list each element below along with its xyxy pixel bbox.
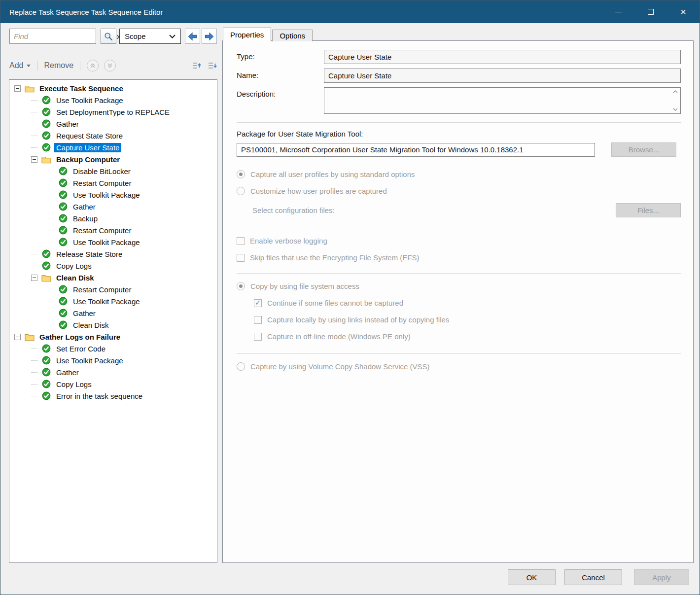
tree-item-label: Copy Logs [54,261,94,271]
success-check-icon [41,96,51,105]
tree-item-label: Set Error Code [54,344,107,353]
tree-item[interactable]: Copy Logs [9,378,217,390]
navigate-forward-button[interactable] [202,29,217,44]
tree-connector-slot [31,360,41,361]
tree-item[interactable]: Request State Store [9,130,217,141]
tree-item[interactable]: Use Toolkit Package [9,94,217,106]
tree-item-label: Restart Computer [71,226,133,235]
vss-label: Capture by using Volume Copy Shadow Serv… [250,362,430,371]
tab-properties[interactable]: Properties [223,28,271,41]
capture-offline-checkbox[interactable]: Capture in off-line mode (Windows PE onl… [254,332,681,341]
tree-connector-line [31,372,37,373]
move-up-button[interactable] [87,60,99,71]
collapse-all-button[interactable] [191,60,202,71]
tree-connector-slot [31,136,41,136]
type-input[interactable] [324,50,681,64]
tree-item-label: Request State Store [54,131,125,140]
tree-item[interactable]: Use Toolkit Package [9,354,217,366]
tree-item[interactable]: Release State Store [9,248,217,260]
ok-button[interactable]: OK [508,569,556,585]
success-check-icon [41,249,51,258]
chevron-down-icon [27,65,31,67]
tree-item-group[interactable]: Execute Task Sequence [9,82,217,94]
tree-item-group[interactable]: Clean Disk [9,272,217,283]
tree-item[interactable]: Set DeploymentType to REPLACE [9,106,217,118]
search-icon [104,32,113,41]
tree-item-label: Use Toolkit Package [71,190,142,200]
tree-item-label: Use Toolkit Package [71,238,142,247]
tree-item[interactable]: Gather [9,366,217,378]
tree-item[interactable]: Gather [9,307,217,319]
tree-collapse-icon[interactable] [31,275,37,281]
navigate-back-button[interactable] [185,29,200,44]
vss-option[interactable]: Capture by using Volume Copy Shadow Serv… [237,362,681,371]
verbose-logging-checkbox[interactable]: Enable verbose logging [237,237,681,245]
package-input[interactable] [237,143,595,157]
toolbar-divider [37,61,37,70]
add-button[interactable]: Add [9,61,31,70]
capture-offline-label: Capture in off-line mode (Windows PE onl… [267,332,411,341]
tree-collapse-icon[interactable] [31,156,37,163]
collapse-all-icon [191,61,201,70]
tree-item[interactable]: Restart Computer [9,177,217,189]
maximize-button[interactable] [634,0,667,23]
capture-standard-option[interactable]: Capture all user profiles by using stand… [237,170,681,178]
name-input[interactable] [324,69,681,83]
tree-item-group[interactable]: Backup Computer [9,153,217,165]
continue-if-files-checkbox[interactable]: Continue if some files cannot be capture… [254,299,681,307]
expand-all-button[interactable] [207,60,217,71]
tree-connector-slot [31,372,41,373]
capture-customize-option[interactable]: Customize how user profiles are captured [237,187,681,195]
tree-item-label: Copy Logs [54,380,94,389]
tree-item-label: Gather [54,119,81,129]
checkbox-icon [237,237,245,245]
tree-item[interactable]: Restart Computer [9,224,217,236]
cancel-button[interactable]: Cancel [564,569,622,585]
task-sequence-tree: Execute Task SequenceUse Toolkit Package… [9,79,217,563]
tree-connector-slot [48,230,58,231]
files-button[interactable]: Files... [616,203,681,217]
success-check-icon [58,202,68,211]
tree-item[interactable]: Use Toolkit Package [9,295,217,307]
capture-locally-links-checkbox[interactable]: Capture locally by using links instead o… [254,315,681,324]
tree-connector-slot [31,396,41,396]
chevron-down-icon [169,35,175,38]
tree-item-group[interactable]: Gather Logs on Failure [9,331,217,343]
scope-dropdown[interactable]: Scope [119,29,181,44]
tree-item[interactable]: Gather [9,201,217,212]
tree-item[interactable]: Clean Disk [9,319,217,331]
tab-options[interactable]: Options [272,30,313,41]
success-check-icon [58,309,68,317]
move-down-button[interactable] [104,60,116,71]
tree-item[interactable]: Backup [9,212,217,224]
tree-item-label: Use Toolkit Package [71,297,142,306]
apply-button[interactable]: Apply [634,569,689,585]
scope-dropdown-value: Scope [125,32,146,40]
tree-item[interactable]: Copy Logs [9,260,217,272]
skip-efs-label: Skip files that use the Encrypting File … [250,253,419,262]
file-system-access-option[interactable]: Copy by using file system access [237,282,681,290]
skip-efs-checkbox[interactable]: Skip files that use the Encrypting File … [237,253,681,262]
close-button[interactable]: × [667,0,700,23]
search-button[interactable] [101,29,116,44]
tree-item[interactable]: Restart Computer [9,283,217,295]
success-check-icon [58,297,68,306]
tree-item-label: Backup [71,214,100,223]
browse-button[interactable]: Browse... [611,142,676,157]
tree-item[interactable]: Gather [9,118,217,130]
tree-collapse-icon[interactable] [14,85,21,92]
tree-connector-slot [31,384,41,385]
tree-item[interactable]: Capture User State [9,141,217,153]
tree-collapse-icon[interactable] [14,334,21,340]
remove-button[interactable]: Remove [44,61,73,70]
tree-item[interactable]: Use Toolkit Package [9,189,217,201]
tree-item[interactable]: Set Error Code [9,343,217,354]
tree-item-label: Use Toolkit Package [54,96,125,105]
description-input[interactable] [324,87,681,114]
description-scrollbar[interactable] [671,88,680,113]
minimize-button[interactable] [602,0,634,23]
tree-item[interactable]: Use Toolkit Package [9,236,217,248]
tree-item[interactable]: Error in the task sequence [9,390,217,402]
tree-item[interactable]: Disable BitLocker [9,165,217,177]
tree-item-label: Disable BitLocker [71,167,133,176]
